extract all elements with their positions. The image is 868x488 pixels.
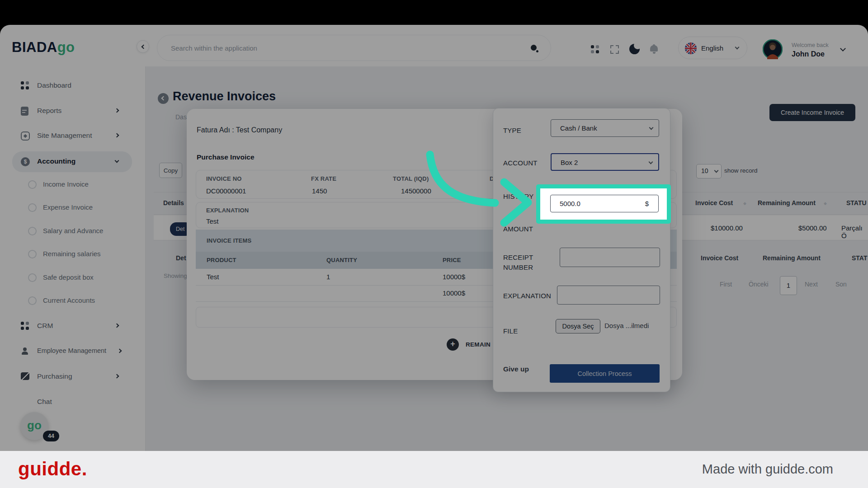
made-with-guidde-text: Made with guidde.com [702,462,833,477]
amount-input[interactable] [550,195,659,212]
highlight-box: $ [536,184,671,224]
dim-overlay [0,0,868,488]
currency-suffix: $ [645,200,649,207]
guidde-footer: guidde. Made with guidde.com [0,451,868,488]
guidde-brand-logo: guidde. [18,458,87,480]
